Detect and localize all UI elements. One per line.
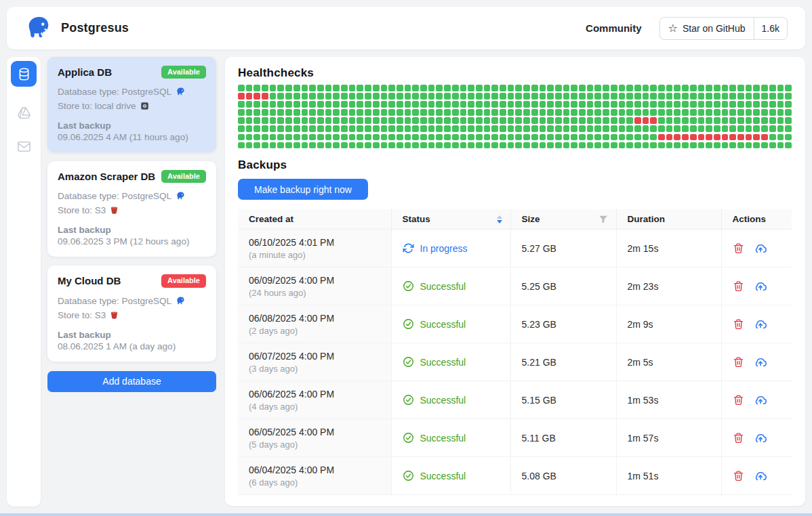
- healthcheck-cell-ok: [246, 85, 253, 91]
- healthcheck-cell-ok: [302, 85, 308, 91]
- healthcheck-cell-ok: [365, 142, 371, 149]
- horizontal-scrollbar[interactable]: [0, 513, 812, 516]
- healthcheck-cell-ok: [460, 142, 467, 149]
- healthcheck-cell-ok: [253, 109, 260, 116]
- star-on-github-button[interactable]: ☆ Star on GitHub: [660, 18, 754, 39]
- healthcheck-cell-ok: [428, 142, 435, 149]
- healthcheck-cell-ok: [484, 117, 491, 124]
- delete-backup-button[interactable]: [733, 394, 744, 406]
- healthcheck-cell-ok: [476, 101, 483, 108]
- healthcheck-cell-ok: [444, 134, 451, 141]
- healthcheck-cell-ok: [428, 117, 435, 124]
- healthcheck-cell-ok: [555, 101, 562, 108]
- database-card[interactable]: Applica DBAvailableDatabase type: Postgr…: [47, 57, 216, 152]
- check-circle-icon: [403, 356, 414, 368]
- healthcheck-cell-ok: [769, 101, 776, 108]
- healthcheck-cell-ok: [460, 125, 467, 132]
- healthcheck-cell-ok: [412, 117, 419, 124]
- healthcheck-cell-ok: [365, 117, 371, 124]
- healthcheck-cell-ok: [523, 142, 530, 149]
- healthcheck-cell-ok: [500, 93, 506, 100]
- healthcheck-cell-ok: [333, 142, 340, 149]
- delete-backup-button[interactable]: [733, 242, 744, 254]
- restore-backup-button[interactable]: [754, 356, 767, 369]
- delete-backup-button[interactable]: [733, 318, 744, 330]
- healthcheck-cell-ok: [476, 85, 483, 91]
- healthcheck-cell-ok: [341, 85, 348, 91]
- healthcheck-cell-failed: [753, 134, 760, 141]
- filter-funnel-icon[interactable]: [598, 215, 608, 224]
- delete-backup-button[interactable]: [733, 356, 744, 368]
- database-card[interactable]: My Cloud DBAvailableDatabase type: Postg…: [47, 265, 216, 361]
- sidebar-item-databases[interactable]: [11, 61, 37, 87]
- healthcheck-cell-ok: [785, 85, 792, 91]
- healthcheck-cell-ok: [388, 134, 395, 141]
- healthcheck-cell-ok: [611, 109, 617, 116]
- restore-backup-button[interactable]: [754, 431, 767, 445]
- database-card[interactable]: Amazon Scraper DBAvailableDatabase type:…: [47, 161, 216, 257]
- healthcheck-cell-ok: [531, 125, 538, 132]
- status-cell: Successful: [391, 457, 510, 495]
- delete-backup-button[interactable]: [733, 280, 744, 292]
- healthcheck-cell-ok: [277, 134, 284, 141]
- healthcheck-cell-ok: [666, 125, 673, 132]
- healthcheck-cell-ok: [777, 142, 784, 149]
- sidebar-item-storage[interactable]: [16, 104, 32, 121]
- sort-carets-icon[interactable]: [497, 215, 502, 223]
- healthcheck-cell-ok: [309, 109, 316, 116]
- healthchecks-title: Healthchecks: [238, 66, 792, 80]
- healthcheck-cell-ok: [690, 109, 697, 116]
- healthcheck-cell-ok: [388, 117, 395, 124]
- healthcheck-cell-ok: [309, 125, 316, 132]
- duration-cell: 1m 51s: [616, 457, 721, 495]
- delete-backup-button[interactable]: [733, 470, 744, 481]
- healthcheck-cell-ok: [333, 101, 340, 108]
- column-header-actions: Actions: [721, 209, 792, 230]
- github-star-count[interactable]: 1.6k: [754, 18, 787, 39]
- healthcheck-cell-ok: [388, 85, 395, 91]
- healthcheck-cell-ok: [761, 109, 768, 116]
- healthcheck-cell-ok: [460, 134, 467, 141]
- status-text: Successful: [420, 281, 466, 292]
- healthcheck-cell-ok: [579, 142, 586, 149]
- backup-row: 06/07/2025 4:00 PM(3 days ago)Successful…: [238, 343, 792, 381]
- restore-backup-button[interactable]: [754, 469, 767, 483]
- actions-cell: [721, 230, 792, 267]
- restore-backup-button[interactable]: [754, 393, 767, 407]
- healthcheck-cell-ok: [302, 93, 308, 100]
- healthcheck-cell-ok: [706, 125, 712, 132]
- healthcheck-cell-ok: [452, 101, 459, 108]
- healthcheck-cell-ok: [388, 109, 395, 116]
- healthcheck-cell-failed: [706, 134, 712, 141]
- content-area: Applica DBAvailableDatabase type: Postgr…: [7, 57, 805, 507]
- healthcheck-cell-ok: [405, 93, 411, 100]
- healthcheck-cell-ok: [405, 101, 411, 108]
- add-database-button[interactable]: Add database: [47, 371, 216, 392]
- make-backup-button[interactable]: Make backup right now: [238, 179, 368, 200]
- sidebar-item-notifications[interactable]: [16, 138, 32, 154]
- table-header-row: Created at Status Size: [238, 209, 792, 230]
- healthcheck-cell-ok: [587, 85, 594, 91]
- restore-backup-button[interactable]: [754, 280, 767, 293]
- healthcheck-cell-ok: [341, 142, 348, 149]
- restore-backup-button[interactable]: [754, 318, 767, 331]
- restore-backup-button[interactable]: [754, 242, 767, 255]
- healthcheck-cell-ok: [357, 125, 363, 132]
- status-cell: Successful: [391, 419, 510, 457]
- healthcheck-cell-ok: [476, 142, 483, 149]
- healthcheck-cell-ok: [357, 142, 363, 149]
- healthcheck-cell-ok: [349, 101, 356, 108]
- healthcheck-cell-ok: [381, 109, 388, 116]
- bucket-icon: [110, 206, 119, 215]
- healthcheck-cell-ok: [682, 117, 689, 124]
- column-header-status[interactable]: Status: [391, 209, 510, 230]
- healthcheck-cell-ok: [761, 93, 768, 100]
- last-backup-label: Last backup: [58, 121, 206, 131]
- healthcheck-cell-ok: [690, 125, 697, 132]
- healthcheck-cell-ok: [761, 117, 768, 124]
- healthcheck-cell-ok: [500, 85, 506, 91]
- healthcheck-cell-ok: [746, 117, 752, 124]
- column-header-size[interactable]: Size: [510, 209, 616, 230]
- community-link[interactable]: Community: [586, 22, 642, 34]
- delete-backup-button[interactable]: [733, 432, 744, 444]
